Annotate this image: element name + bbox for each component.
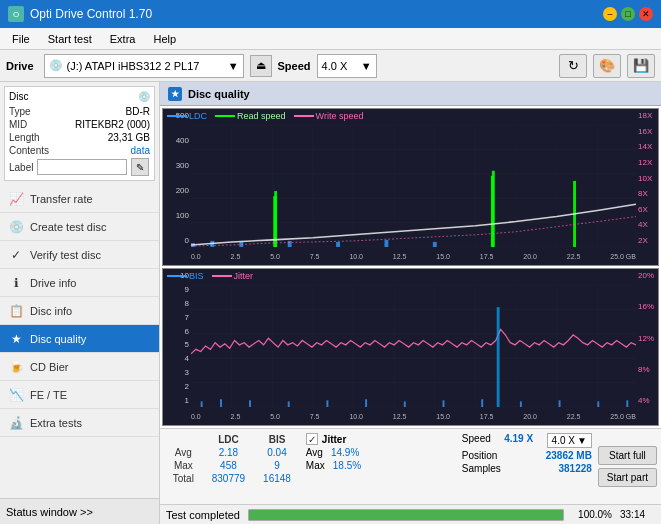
extra-tests-icon: 🔬: [8, 415, 24, 431]
mid-key: MID: [9, 119, 27, 130]
app-icon: O: [8, 6, 24, 22]
close-button[interactable]: ✕: [639, 7, 653, 21]
drive-select-value: (J:) ATAPI iHBS312 2 PL17: [67, 60, 224, 72]
sidebar-item-verify-test-disc[interactable]: ✓ Verify test disc: [0, 241, 159, 269]
disc-label: Disc: [9, 91, 28, 102]
jitter-legend-label: Jitter: [234, 271, 254, 281]
sidebar-item-extra-tests[interactable]: 🔬 Extra tests: [0, 409, 159, 437]
start-full-button[interactable]: Start full: [598, 446, 657, 465]
color-button[interactable]: 🎨: [593, 54, 621, 78]
samples-row: Samples 381228: [462, 463, 592, 474]
disc-info-panel: Disc 💿 Type BD-R MID RITEKBR2 (000) Leng…: [4, 86, 155, 181]
chevron-down-icon: ▼: [228, 60, 239, 72]
eject-button[interactable]: ⏏: [250, 55, 272, 77]
cd-bier-icon: 🍺: [8, 359, 24, 375]
progress-status: Test completed: [166, 509, 240, 521]
drive-icon: 💿: [49, 59, 63, 72]
chart2-x-axis: 0.0 2.5 5.0 7.5 10.0 12.5 15.0 17.5 20.0…: [191, 407, 636, 425]
menu-file[interactable]: File: [4, 31, 38, 47]
stats-panel: LDC BIS Avg 2.18 0.04 Max 458: [160, 428, 661, 504]
max-jitter-row: Max 18.5%: [306, 460, 456, 471]
chart2-y-axis-right: 20% 16% 12% 8% 4%: [636, 269, 658, 407]
disc-header-icon: 💿: [138, 91, 150, 102]
drive-toolbar: Drive 💿 (J:) ATAPI iHBS312 2 PL17 ▼ ⏏ Sp…: [0, 50, 661, 82]
total-bis: 16148: [254, 472, 300, 485]
contents-key: Contents: [9, 145, 49, 156]
label-edit-button[interactable]: ✎: [131, 158, 149, 176]
main-layout: Disc 💿 Type BD-R MID RITEKBR2 (000) Leng…: [0, 82, 661, 524]
start-part-button[interactable]: Start part: [598, 468, 657, 487]
maximize-button[interactable]: □: [621, 7, 635, 21]
save-button[interactable]: 💾: [627, 54, 655, 78]
sidebar-item-transfer-rate[interactable]: 📈 Transfer rate: [0, 185, 159, 213]
chart1-y-axis-right: 18X 16X 14X 12X 10X 8X 6X 4X 2X: [636, 109, 658, 247]
title-bar-left: O Opti Drive Control 1.70: [8, 6, 152, 22]
progress-time: 33:14: [620, 509, 655, 520]
refresh-button[interactable]: ↻: [559, 54, 587, 78]
verify-test-disc-icon: ✓: [8, 247, 24, 263]
samples-label: Samples: [462, 463, 501, 474]
sidebar-item-drive-info[interactable]: ℹ Drive info: [0, 269, 159, 297]
read-speed-legend: Read speed: [215, 111, 286, 121]
sidebar-label-create-test-disc: Create test disc: [30, 221, 106, 233]
sidebar-label-fe-te: FE / TE: [30, 389, 67, 401]
speed-chevron-icon: ▼: [361, 60, 372, 72]
progress-bar-outer: [248, 509, 564, 521]
chart2-y-axis-left: 10 9 8 7 6 5 4 3 2 1: [163, 269, 191, 407]
write-speed-legend-label: Write speed: [316, 111, 364, 121]
sidebar-navigation: 📈 Transfer rate 💿 Create test disc ✓ Ver…: [0, 185, 159, 437]
bis-legend-label: BIS: [189, 271, 204, 281]
sidebar-label-cd-bier: CD Bier: [30, 361, 69, 373]
max-jitter-label: Max: [306, 460, 325, 471]
chart2-svg: [191, 285, 636, 407]
svg-rect-27: [492, 171, 495, 247]
drive-select-dropdown[interactable]: 💿 (J:) ATAPI iHBS312 2 PL17 ▼: [44, 54, 244, 78]
menu-start-test[interactable]: Start test: [40, 31, 100, 47]
speed-dropdown[interactable]: 4.0 X ▼: [317, 54, 377, 78]
sidebar-label-verify-test-disc: Verify test disc: [30, 249, 101, 261]
svg-rect-55: [481, 399, 483, 407]
total-label: Total: [164, 472, 203, 485]
jitter-label: Jitter: [322, 434, 346, 445]
title-bar: O Opti Drive Control 1.70 – □ ✕: [0, 0, 661, 28]
sidebar-label-extra-tests: Extra tests: [30, 417, 82, 429]
jitter-legend-color: [212, 275, 232, 277]
avg-ldc: 2.18: [203, 446, 254, 459]
mid-value: RITEKBR2 (000): [75, 119, 150, 130]
jitter-legend: Jitter: [212, 271, 254, 281]
minimize-button[interactable]: –: [603, 7, 617, 21]
svg-rect-48: [220, 399, 222, 407]
speed-row: Speed 4.19 X 4.0 X ▼: [462, 433, 592, 448]
window-controls[interactable]: – □ ✕: [603, 7, 653, 21]
sidebar-item-create-test-disc[interactable]: 💿 Create test disc: [0, 213, 159, 241]
type-key: Type: [9, 106, 31, 117]
svg-rect-51: [326, 400, 328, 407]
sidebar-item-fe-te[interactable]: 📉 FE / TE: [0, 381, 159, 409]
stats-table: LDC BIS Avg 2.18 0.04 Max 458: [164, 433, 300, 500]
speed-label-stat: Speed: [462, 433, 491, 448]
menu-help[interactable]: Help: [145, 31, 184, 47]
read-speed-legend-label: Read speed: [237, 111, 286, 121]
status-window-button[interactable]: Status window >>: [0, 498, 159, 524]
bis-legend-color: [167, 275, 187, 277]
write-speed-legend: Write speed: [294, 111, 364, 121]
write-speed-legend-color: [294, 115, 314, 117]
chart1-plot: [191, 125, 636, 247]
sidebar-item-disc-info[interactable]: 📋 Disc info: [0, 297, 159, 325]
svg-rect-25: [274, 191, 277, 247]
sidebar-item-cd-bier[interactable]: 🍺 CD Bier: [0, 353, 159, 381]
avg-jitter-label: Avg: [306, 447, 323, 458]
disc-quality-header-icon: ★: [168, 87, 182, 101]
transfer-rate-icon: 📈: [8, 191, 24, 207]
svg-rect-22: [384, 240, 388, 247]
max-label: Max: [164, 459, 203, 472]
chart2-legend: BIS Jitter: [167, 271, 253, 281]
length-value: 23,31 GB: [108, 132, 150, 143]
speed-select-stat[interactable]: 4.0 X ▼: [547, 433, 592, 448]
menu-bar: File Start test Extra Help: [0, 28, 661, 50]
menu-extra[interactable]: Extra: [102, 31, 144, 47]
jitter-checkbox[interactable]: ✓: [306, 433, 318, 445]
position-label: Position: [462, 450, 498, 461]
label-input[interactable]: [37, 159, 127, 175]
sidebar-item-disc-quality[interactable]: ★ Disc quality: [0, 325, 159, 353]
